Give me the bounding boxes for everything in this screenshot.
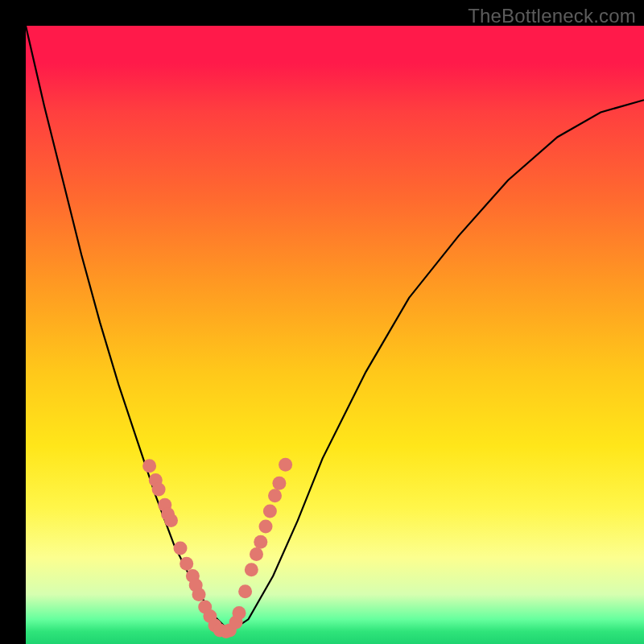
plot-area xyxy=(26,26,644,644)
data-marker xyxy=(245,563,258,576)
data-marker xyxy=(250,547,263,561)
marker-group xyxy=(142,458,292,638)
chart-frame: TheBottleneck.com xyxy=(0,0,644,644)
data-marker xyxy=(233,606,246,620)
data-marker xyxy=(142,459,156,473)
data-marker xyxy=(152,483,166,497)
data-marker xyxy=(238,584,252,598)
watermark-text: TheBottleneck.com xyxy=(468,5,636,27)
chart-svg xyxy=(26,26,644,644)
data-marker xyxy=(192,588,206,601)
bottleneck-curve xyxy=(26,26,644,632)
data-marker xyxy=(263,504,277,518)
data-marker xyxy=(254,535,267,549)
data-marker xyxy=(279,458,292,472)
data-marker xyxy=(180,557,193,571)
data-marker xyxy=(174,542,188,555)
data-marker xyxy=(268,489,282,502)
data-marker xyxy=(259,520,273,534)
data-marker xyxy=(272,477,286,490)
data-marker xyxy=(164,514,178,527)
